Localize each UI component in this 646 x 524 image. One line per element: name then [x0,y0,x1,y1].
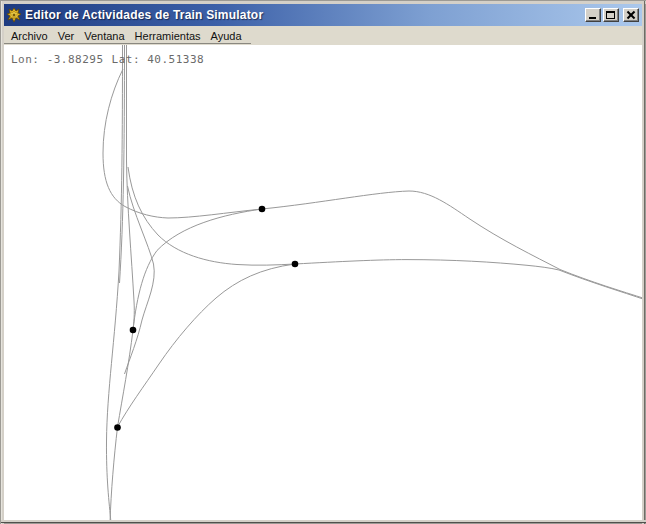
menu-archivo[interactable]: Archivo [6,28,53,44]
track-node[interactable] [292,261,299,268]
close-button[interactable] [623,8,639,22]
track-node[interactable] [130,327,137,334]
window-frame-left [1,1,4,524]
track-east-secondary[interactable] [128,167,646,300]
lon-label: Lon: [11,53,40,66]
track-node3-to-node1-feeder[interactable] [133,209,262,330]
track-node[interactable] [114,424,121,431]
window-frame-bottom [1,520,646,523]
menubar-divider [4,43,251,44]
minimize-icon [589,17,596,19]
track-node[interactable] [259,206,266,213]
app-window: Lon: -3.88295Lat: 40.51338 Editor de Act… [0,0,646,524]
titlebar[interactable]: Editor de Actividades de Train Simulator [4,4,642,26]
lon-value: -3.88295 [47,53,104,66]
lat-label: Lat: [112,53,141,66]
window-title: Editor de Actividades de Train Simulator [25,8,583,22]
app-icon [6,7,22,23]
track-southwest-arc[interactable] [118,264,296,427]
maximize-button[interactable] [603,8,619,22]
menu-herramientas[interactable]: Herramientas [130,28,206,44]
maximize-icon [606,11,615,19]
minimize-button[interactable] [585,8,601,22]
menu-ayuda[interactable]: Ayuda [206,28,247,44]
coordinate-readout: Lon: -3.88295Lat: 40.51338 [11,53,204,66]
lat-value: 40.51338 [147,53,204,66]
window-frame-right [642,1,645,524]
menu-ver[interactable]: Ver [53,28,80,44]
window-controls [583,8,639,22]
track-canvas [1,1,646,524]
track-west-loop-east-main[interactable] [103,69,646,299]
menu-ventana[interactable]: Ventana [79,28,129,44]
